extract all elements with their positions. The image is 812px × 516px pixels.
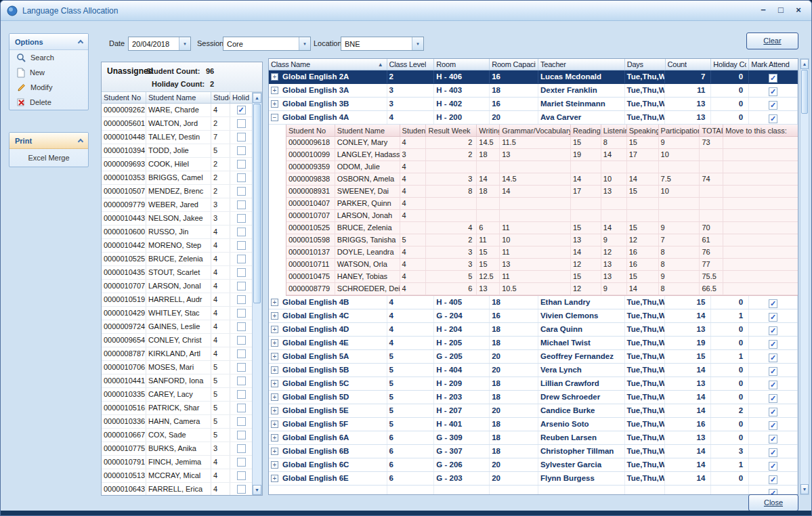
list-item[interactable]: 0000010443NELSON, Jakee3: [102, 212, 252, 225]
expand-icon[interactable]: +: [271, 326, 278, 333]
expand-icon[interactable]: +: [271, 393, 278, 401]
student-row[interactable]: 0000010525BRUCE, Zelenia4611151415970: [286, 222, 798, 234]
class-row[interactable]: +Global English 6E6G - 20320Flynn Burges…: [269, 472, 798, 486]
unassigned-scrollbar[interactable]: ▲ ▼: [252, 92, 262, 496]
mark-attend-checkbox[interactable]: ✓: [769, 299, 777, 308]
expand-icon[interactable]: +: [271, 100, 278, 108]
student-row[interactable]: 0000010475HANEY, Tobias4512.511151315975…: [286, 271, 798, 283]
list-item[interactable]: 0000005601WALTON, Jord2: [102, 117, 252, 131]
holiday-checkbox[interactable]: [237, 268, 246, 277]
student-row[interactable]: 0000010711WATSON, Orla431513121316877: [286, 259, 798, 271]
column-header[interactable]: Class Name▲: [269, 59, 387, 70]
class-row[interactable]: +Global English 3A3H - 40318Dexter Frank…: [269, 84, 798, 98]
class-row[interactable]: +Global English 6C6G - 20620Sylvester Ga…: [269, 458, 798, 472]
list-item[interactable]: 0000009779WEBER, Jared3: [102, 198, 252, 212]
column-header[interactable]: TOTAL: [700, 125, 723, 136]
expand-icon[interactable]: +: [271, 380, 278, 387]
holiday-checkbox[interactable]: [237, 322, 246, 331]
mark-attend-checkbox[interactable]: ✓: [769, 353, 777, 362]
class-row[interactable]: +Global English 5B5H - 40420Vera LynchTu…: [269, 364, 798, 377]
scroll-down-button[interactable]: ▼: [800, 484, 809, 494]
list-item[interactable]: 0000010516PATRICK, Shar5: [102, 402, 252, 415]
holiday-checkbox[interactable]: [237, 119, 246, 128]
holiday-checkbox[interactable]: [237, 431, 246, 439]
column-header[interactable]: Student No: [286, 125, 335, 136]
holiday-checkbox[interactable]: [237, 200, 246, 209]
list-item[interactable]: 0000010513MCCRAY, Mical4: [102, 469, 252, 483]
list-item[interactable]: 0000010667COX, Sade5: [102, 429, 252, 442]
mark-attend-checkbox[interactable]: ✓: [769, 367, 777, 376]
student-row[interactable]: 0000010099LANGLEY, Hadassa32181319141710: [286, 149, 798, 161]
expand-icon[interactable]: +: [271, 407, 278, 414]
student-row[interactable]: 0000009359ODOM, Julie4: [286, 161, 798, 173]
column-header[interactable]: Days: [625, 59, 666, 70]
mark-attend-checkbox[interactable]: ✓: [769, 74, 777, 83]
column-header[interactable]: Speaking: [627, 125, 659, 136]
holiday-checkbox[interactable]: [237, 160, 246, 169]
holiday-checkbox[interactable]: [237, 377, 246, 385]
holiday-checkbox[interactable]: [237, 146, 246, 155]
student-row[interactable]: 0000009838OSBORN, Amela431414.51410147.5…: [286, 173, 798, 186]
class-row[interactable]: +Global English 4B4H - 40518Ethan Landry…: [269, 296, 798, 309]
scrollbar-thumb[interactable]: [801, 70, 808, 114]
new-button[interactable]: New: [9, 65, 88, 80]
student-row[interactable]: 0000008779SCHROEDER, Deirc461310.5129148…: [286, 283, 798, 295]
dropdown-arrow-icon[interactable]: ▼: [179, 37, 190, 50]
delete-button[interactable]: Delete: [9, 95, 88, 110]
close-button[interactable]: Close: [748, 494, 798, 511]
mark-attend-checkbox[interactable]: ✓: [769, 462, 777, 471]
class-row[interactable]: +Global English 2A2H - 40616Lucas Mcdona…: [269, 70, 798, 84]
holiday-checkbox[interactable]: [237, 444, 246, 453]
student-row[interactable]: 0000010407PARKER, Quinn4: [286, 198, 798, 210]
holiday-checkbox[interactable]: [237, 309, 246, 318]
list-item[interactable]: 0000010775BURKS, Anika3: [102, 442, 252, 456]
column-header[interactable]: Writing: [477, 125, 500, 136]
class-row[interactable]: +Global English 4E4H - 20518Michael Twis…: [269, 337, 798, 350]
column-header[interactable]: Listening: [601, 125, 627, 136]
student-row[interactable]: 0000010707LARSON, Jonah4: [286, 210, 798, 222]
list-item[interactable]: 0000010507MENDEZ, Brenc2: [102, 185, 252, 198]
list-item[interactable]: 0000010335CAREY, Lacy5: [102, 388, 252, 402]
close-window-button[interactable]: ×: [791, 3, 806, 17]
column-header[interactable]: Student No: [102, 92, 146, 103]
column-header[interactable]: Room: [434, 59, 490, 70]
column-header[interactable]: Mark Attend: [749, 59, 798, 70]
column-header[interactable]: Result Week: [426, 125, 477, 136]
column-header[interactable]: Student: [400, 125, 427, 136]
excel-merge-button[interactable]: Excel Merge: [9, 149, 88, 167]
class-row[interactable]: +Global English 6B6G - 30718Christopher …: [269, 445, 798, 458]
holiday-checkbox[interactable]: [237, 241, 246, 250]
list-item[interactable]: 0000010525BRUCE, Zelenia4: [102, 253, 252, 266]
mark-attend-checkbox[interactable]: ✓: [769, 448, 777, 457]
student-row[interactable]: 0000009618CONLEY, Mary4214.511.515815973: [286, 137, 798, 149]
date-input[interactable]: 20/04/2018 ▼: [128, 37, 191, 51]
list-item[interactable]: 0000010643FARRELL, Erica4: [102, 483, 252, 496]
column-header[interactable]: Move to this class:: [723, 125, 798, 136]
mark-attend-checkbox[interactable]: ✓: [769, 421, 777, 430]
list-item[interactable]: 0000010353BRIGGS, Camel2: [102, 171, 252, 185]
print-panel-header[interactable]: Print: [9, 133, 88, 149]
expand-icon[interactable]: +: [271, 312, 278, 320]
expand-icon[interactable]: +: [271, 461, 278, 469]
column-header[interactable]: Count: [666, 59, 712, 70]
mark-attend-checkbox[interactable]: ✓: [769, 326, 777, 335]
expand-icon[interactable]: +: [271, 87, 278, 94]
mark-attend-checkbox[interactable]: ✓: [769, 435, 777, 444]
options-panel-header[interactable]: Options: [9, 34, 88, 50]
class-row[interactable]: +Global English 6A6G - 30918Reuben Larse…: [269, 431, 798, 445]
holiday-checkbox[interactable]: [237, 173, 246, 182]
dropdown-arrow-icon[interactable]: ▼: [412, 37, 423, 50]
list-item[interactable]: 0000010429WHITLEY, Stac4: [102, 307, 252, 320]
column-header[interactable]: Teacher: [538, 59, 625, 70]
list-item[interactable]: 0000010394TODD, Jolie5: [102, 144, 252, 158]
expand-icon[interactable]: +: [271, 366, 278, 374]
list-item[interactable]: 0000009693COOK, Hilel2: [102, 158, 252, 171]
column-header[interactable]: Student L: [211, 92, 230, 103]
student-row[interactable]: 0000010137DOYLE, Leandra431511141216876: [286, 246, 798, 259]
scroll-down-button[interactable]: ▼: [253, 485, 261, 495]
mark-attend-checkbox[interactable]: ✓: [769, 87, 777, 96]
mark-attend-checkbox[interactable]: ✓: [769, 101, 777, 110]
mark-attend-checkbox[interactable]: ✓: [769, 114, 777, 123]
list-item[interactable]: 0000010441SANFORD, Iona5: [102, 374, 252, 388]
holiday-checkbox[interactable]: ✓: [237, 106, 246, 114]
